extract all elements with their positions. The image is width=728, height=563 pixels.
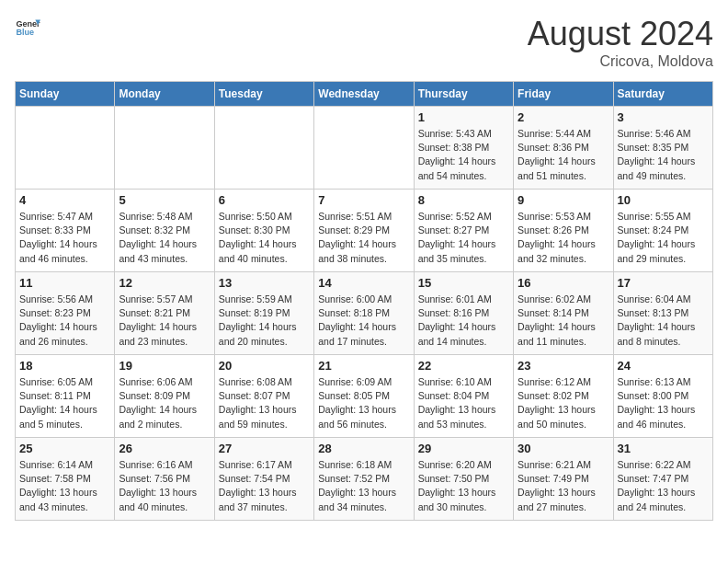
calendar-cell [115,107,214,190]
calendar-cell [16,107,115,190]
day-number: 22 [418,359,509,373]
day-info: Sunrise: 6:17 AM Sunset: 7:54 PM Dayligh… [219,458,310,514]
day-info: Sunrise: 5:50 AM Sunset: 8:30 PM Dayligh… [219,210,310,266]
day-info: Sunrise: 6:16 AM Sunset: 7:56 PM Dayligh… [119,458,210,514]
day-info: Sunrise: 5:55 AM Sunset: 8:24 PM Dayligh… [618,210,709,266]
day-number: 30 [518,442,609,455]
day-info: Sunrise: 6:09 AM Sunset: 8:05 PM Dayligh… [318,375,409,431]
day-info: Sunrise: 5:51 AM Sunset: 8:29 PM Dayligh… [318,210,409,266]
day-number: 18 [19,359,110,373]
logo-icon: General Blue [15,15,40,40]
day-number: 12 [119,276,210,290]
calendar-cell: 25Sunrise: 6:14 AM Sunset: 7:58 PM Dayli… [16,438,115,521]
day-number: 5 [119,193,210,207]
day-info: Sunrise: 6:01 AM Sunset: 8:16 PM Dayligh… [418,293,509,349]
calendar-cell: 12Sunrise: 5:57 AM Sunset: 8:21 PM Dayli… [115,272,214,355]
calendar-cell: 31Sunrise: 6:22 AM Sunset: 7:47 PM Dayli… [613,438,712,521]
day-number: 10 [618,193,709,207]
day-info: Sunrise: 5:53 AM Sunset: 8:26 PM Dayligh… [518,210,609,266]
calendar-week-row: 1Sunrise: 5:43 AM Sunset: 8:38 PM Daylig… [16,107,713,190]
day-number: 14 [318,276,409,290]
calendar-cell: 19Sunrise: 6:06 AM Sunset: 8:09 PM Dayli… [115,355,214,438]
calendar-week-row: 4Sunrise: 5:47 AM Sunset: 8:33 PM Daylig… [16,190,713,272]
day-number: 11 [19,276,110,290]
calendar-cell [214,107,313,190]
calendar-cell: 1Sunrise: 5:43 AM Sunset: 8:38 PM Daylig… [414,107,513,190]
calendar-week-row: 18Sunrise: 6:05 AM Sunset: 8:11 PM Dayli… [16,355,713,438]
day-number: 24 [618,359,709,373]
day-of-week-header: Tuesday [214,82,313,107]
days-of-week-row: SundayMondayTuesdayWednesdayThursdayFrid… [16,82,713,107]
day-number: 21 [318,359,409,373]
calendar-cell: 15Sunrise: 6:01 AM Sunset: 8:16 PM Dayli… [414,272,513,355]
day-number: 23 [518,359,609,373]
day-number: 31 [618,442,709,455]
calendar-cell: 21Sunrise: 6:09 AM Sunset: 8:05 PM Dayli… [314,355,414,438]
calendar-cell: 18Sunrise: 6:05 AM Sunset: 8:11 PM Dayli… [16,355,115,438]
calendar-cell [314,107,414,190]
day-info: Sunrise: 5:52 AM Sunset: 8:27 PM Dayligh… [418,210,509,266]
calendar-cell: 28Sunrise: 6:18 AM Sunset: 7:52 PM Dayli… [314,438,414,521]
day-info: Sunrise: 5:56 AM Sunset: 8:23 PM Dayligh… [19,293,110,349]
day-info: Sunrise: 6:02 AM Sunset: 8:14 PM Dayligh… [518,293,609,349]
day-info: Sunrise: 6:04 AM Sunset: 8:13 PM Dayligh… [618,293,709,349]
calendar-cell: 16Sunrise: 6:02 AM Sunset: 8:14 PM Dayli… [514,272,613,355]
day-info: Sunrise: 6:10 AM Sunset: 8:04 PM Dayligh… [418,375,509,431]
day-info: Sunrise: 6:12 AM Sunset: 8:02 PM Dayligh… [518,375,609,431]
calendar-cell: 2Sunrise: 5:44 AM Sunset: 8:36 PM Daylig… [514,107,613,190]
day-number: 28 [318,442,409,455]
day-info: Sunrise: 6:18 AM Sunset: 7:52 PM Dayligh… [318,458,409,514]
calendar-cell: 29Sunrise: 6:20 AM Sunset: 7:50 PM Dayli… [414,438,513,521]
calendar-cell: 23Sunrise: 6:12 AM Sunset: 8:02 PM Dayli… [514,355,613,438]
day-info: Sunrise: 5:46 AM Sunset: 8:35 PM Dayligh… [618,127,709,183]
calendar-week-row: 11Sunrise: 5:56 AM Sunset: 8:23 PM Dayli… [16,272,713,355]
calendar-table: SundayMondayTuesdayWednesdayThursdayFrid… [15,81,713,521]
day-info: Sunrise: 6:14 AM Sunset: 7:58 PM Dayligh… [19,458,110,514]
day-number: 1 [418,110,509,124]
day-number: 8 [418,193,509,207]
day-number: 19 [119,359,210,373]
calendar-cell: 11Sunrise: 5:56 AM Sunset: 8:23 PM Dayli… [16,272,115,355]
calendar-cell: 22Sunrise: 6:10 AM Sunset: 8:04 PM Dayli… [414,355,513,438]
day-number: 13 [219,276,310,290]
calendar-cell: 6Sunrise: 5:50 AM Sunset: 8:30 PM Daylig… [214,190,313,272]
day-number: 3 [618,110,709,124]
calendar-header: SundayMondayTuesdayWednesdayThursdayFrid… [16,82,713,107]
day-of-week-header: Thursday [414,82,513,107]
day-info: Sunrise: 6:05 AM Sunset: 8:11 PM Dayligh… [19,375,110,431]
day-of-week-header: Monday [115,82,214,107]
day-info: Sunrise: 5:48 AM Sunset: 8:32 PM Dayligh… [119,210,210,266]
day-number: 2 [518,110,609,124]
day-info: Sunrise: 5:47 AM Sunset: 8:33 PM Dayligh… [19,210,110,266]
day-info: Sunrise: 6:22 AM Sunset: 7:47 PM Dayligh… [618,458,709,514]
day-info: Sunrise: 6:06 AM Sunset: 8:09 PM Dayligh… [119,375,210,431]
day-of-week-header: Friday [514,82,613,107]
day-number: 26 [119,442,210,455]
day-number: 9 [518,193,609,207]
day-info: Sunrise: 5:43 AM Sunset: 8:38 PM Dayligh… [418,127,509,183]
month-year-title: August 2024 [528,15,713,53]
svg-text:Blue: Blue [16,28,34,37]
calendar-cell: 14Sunrise: 6:00 AM Sunset: 8:18 PM Dayli… [314,272,414,355]
calendar-cell: 7Sunrise: 5:51 AM Sunset: 8:29 PM Daylig… [314,190,414,272]
calendar-cell: 26Sunrise: 6:16 AM Sunset: 7:56 PM Dayli… [115,438,214,521]
day-info: Sunrise: 5:44 AM Sunset: 8:36 PM Dayligh… [518,127,609,183]
calendar-cell: 27Sunrise: 6:17 AM Sunset: 7:54 PM Dayli… [214,438,313,521]
title-area: August 2024 Cricova, Moldova [528,15,713,70]
calendar-body: 1Sunrise: 5:43 AM Sunset: 8:38 PM Daylig… [16,107,713,521]
day-info: Sunrise: 6:21 AM Sunset: 7:49 PM Dayligh… [518,458,609,514]
day-number: 20 [219,359,310,373]
day-info: Sunrise: 6:08 AM Sunset: 8:07 PM Dayligh… [219,375,310,431]
calendar-cell: 4Sunrise: 5:47 AM Sunset: 8:33 PM Daylig… [16,190,115,272]
day-number: 15 [418,276,509,290]
day-number: 4 [19,193,110,207]
calendar-cell: 8Sunrise: 5:52 AM Sunset: 8:27 PM Daylig… [414,190,513,272]
calendar-cell: 13Sunrise: 5:59 AM Sunset: 8:19 PM Dayli… [214,272,313,355]
calendar-cell: 5Sunrise: 5:48 AM Sunset: 8:32 PM Daylig… [115,190,214,272]
day-of-week-header: Saturday [613,82,712,107]
calendar-cell: 17Sunrise: 6:04 AM Sunset: 8:13 PM Dayli… [613,272,712,355]
calendar-cell: 3Sunrise: 5:46 AM Sunset: 8:35 PM Daylig… [613,107,712,190]
page-header: General Blue August 2024 Cricova, Moldov… [15,15,713,70]
calendar-week-row: 25Sunrise: 6:14 AM Sunset: 7:58 PM Dayli… [16,438,713,521]
day-info: Sunrise: 6:00 AM Sunset: 8:18 PM Dayligh… [318,293,409,349]
